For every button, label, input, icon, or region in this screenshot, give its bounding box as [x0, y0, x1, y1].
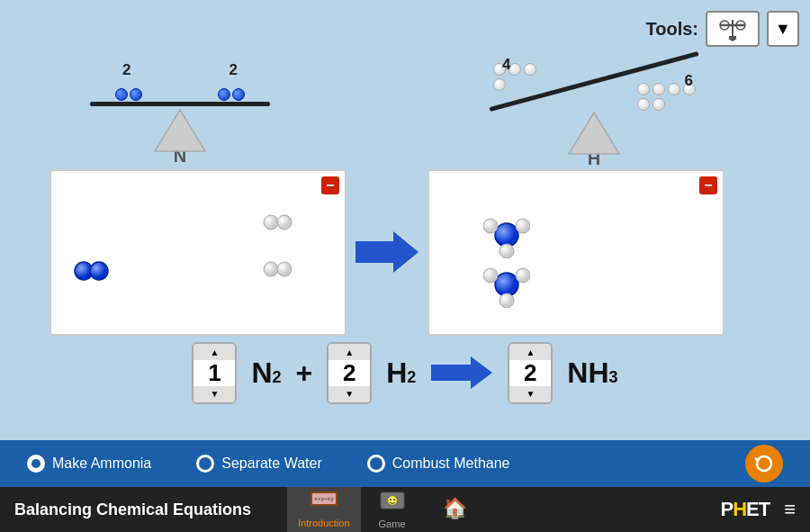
separate-water-option[interactable]: Separate Water	[196, 455, 321, 473]
svg-text:x+y→xy: x+y→xy	[314, 495, 334, 502]
ball	[232, 88, 245, 101]
svg-point-24	[500, 293, 514, 308]
coeff1-down[interactable]: ▼	[194, 386, 235, 402]
hydrogen-scale: 4 6 H	[477, 61, 711, 169]
equation-arrow	[430, 355, 493, 391]
coeff2-down[interactable]: ▼	[328, 386, 370, 402]
coeff3-spinner[interactable]: ▲ 2 ▼	[508, 342, 553, 404]
eq-arrow-svg	[431, 356, 492, 390]
sub1-text: 2	[273, 368, 282, 387]
separate-water-label: Separate Water	[221, 455, 321, 472]
svg-point-14	[264, 262, 278, 276]
tools-area: Tools: ▼	[645, 11, 799, 47]
n-left-balls	[115, 88, 142, 101]
ball	[637, 83, 650, 95]
equation-area: ▲ 1 ▼ N2 + ▲ 2 ▼ H2 ▲ 2 ▼ NH3	[0, 342, 810, 404]
refresh-button[interactable]	[745, 445, 783, 482]
n2-svg	[74, 261, 113, 281]
coeff2-spinner[interactable]: ▲ 2 ▼	[327, 342, 372, 404]
radio-inner	[32, 459, 40, 468]
nh3-svg-1	[483, 212, 530, 258]
ball	[524, 63, 536, 76]
svg-marker-8	[155, 110, 205, 151]
coeff1-value: 1	[204, 360, 224, 386]
n-left-count: 2	[122, 61, 130, 79]
triangle-svg	[153, 108, 207, 153]
svg-marker-16	[356, 231, 418, 273]
h-left-count: 4	[502, 56, 510, 74]
balance-tool-button[interactable]	[706, 11, 760, 47]
svg-marker-25	[431, 356, 492, 389]
n-triangle: N	[153, 108, 207, 167]
nitrogen-scale: 2 2 N	[81, 61, 279, 167]
reactants-box: −	[50, 169, 346, 336]
footer-right: PHET ≡	[720, 498, 796, 521]
svg-point-15	[277, 262, 292, 276]
footer-tabs: x+y→xy Introduction Game 🏠	[287, 487, 486, 532]
n-right-balls	[218, 88, 245, 101]
nh3-molecule-2	[483, 261, 530, 311]
svg-marker-9	[569, 113, 619, 154]
combust-methane-label: Combust Methane	[392, 455, 510, 472]
intro-tab-icon: x+y→xy	[310, 491, 338, 511]
tab-introduction[interactable]: x+y→xy Introduction	[287, 487, 360, 532]
tab-home[interactable]: 🏠	[424, 487, 487, 532]
svg-point-12	[264, 215, 278, 230]
game-tab-icon	[380, 491, 405, 512]
plus-sign: +	[296, 356, 313, 390]
tools-label: Tools:	[645, 19, 698, 40]
coeff1-spinner[interactable]: ▲ 1 ▼	[192, 342, 237, 404]
formula-h2: H2	[386, 356, 416, 390]
coeff3-down[interactable]: ▼	[509, 386, 551, 402]
triangle-svg	[567, 111, 621, 156]
sub3-text: 3	[609, 368, 618, 387]
coeff2-up[interactable]: ▲	[328, 344, 370, 360]
nh3-molecule-1	[483, 212, 530, 262]
products-minus-button[interactable]: −	[699, 176, 717, 194]
products-box: −	[428, 169, 724, 336]
refresh-icon	[753, 453, 775, 474]
introduction-icon: x+y→xy	[310, 491, 338, 516]
svg-point-22	[483, 268, 498, 283]
svg-marker-7	[728, 39, 737, 41]
h-left-balls	[493, 63, 538, 91]
coeff1-up[interactable]: ▲	[194, 344, 235, 360]
tools-dropdown-button[interactable]: ▼	[767, 11, 799, 47]
game-icon	[380, 491, 405, 517]
ball	[668, 83, 680, 95]
ball	[115, 88, 128, 101]
ball	[130, 88, 142, 101]
svg-point-20	[500, 244, 514, 258]
ball	[493, 78, 506, 91]
formula2-text: H	[386, 356, 407, 390]
beam-bar	[90, 102, 270, 106]
sub2-text: 2	[407, 368, 416, 387]
triangle-shape	[567, 111, 621, 156]
footer-menu-icon[interactable]: ≡	[784, 498, 796, 521]
coeff2-value: 2	[339, 360, 359, 386]
svg-point-34	[393, 499, 395, 500]
formula-n2: N2	[251, 356, 281, 390]
h-right-count: 6	[685, 72, 693, 90]
formula1-text: N	[251, 356, 272, 390]
tab-game[interactable]: Game	[361, 487, 424, 532]
svg-point-17	[495, 223, 518, 247]
nh3-svg-2	[483, 261, 530, 308]
n-right-count: 2	[230, 61, 238, 79]
make-ammonia-option[interactable]: Make Ammonia	[27, 455, 151, 473]
nitrogen-beam: 2 2	[90, 61, 270, 106]
reactants-minus-button[interactable]: −	[321, 176, 339, 194]
coeff3-up[interactable]: ▲	[509, 344, 551, 360]
svg-point-11	[90, 262, 108, 280]
reaction-arrow	[356, 230, 418, 278]
combust-methane-radio[interactable]	[367, 455, 385, 473]
phet-logo: PHET	[720, 498, 770, 521]
combust-methane-option[interactable]: Combust Methane	[367, 455, 510, 473]
make-ammonia-radio[interactable]	[27, 455, 45, 473]
svg-rect-6	[729, 36, 736, 39]
svg-point-18	[483, 219, 498, 233]
scenario-bar: Make Ammonia Separate Water Combust Meth…	[0, 440, 810, 487]
ball	[637, 98, 650, 111]
separate-water-radio[interactable]	[196, 455, 214, 473]
footer-title: Balancing Chemical Equations	[14, 500, 251, 519]
